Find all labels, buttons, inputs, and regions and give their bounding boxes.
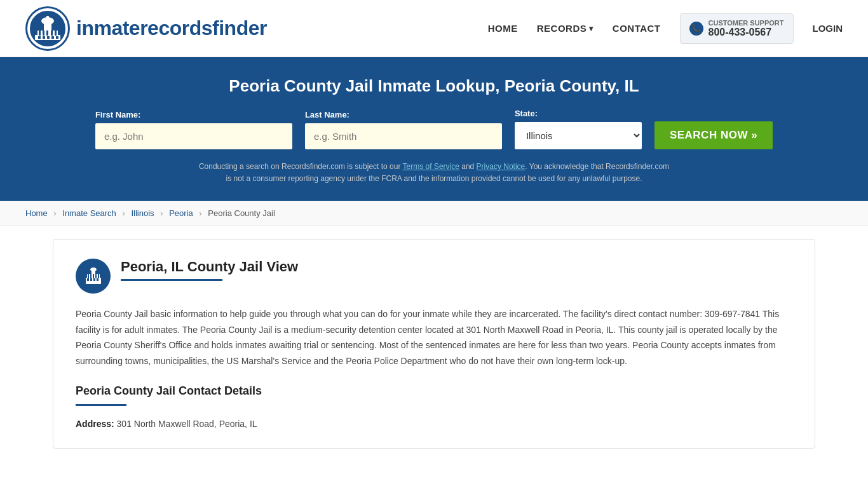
address-value: 301 North Maxwell Road, Peoria, IL (117, 419, 257, 429)
hero-section: Peoria County Jail Inmate Lookup, Peoria… (0, 57, 868, 201)
breadcrumb: Home › Inmate Search › Illinois › Peoria… (0, 201, 868, 226)
svg-rect-27 (90, 278, 92, 281)
svg-rect-8 (46, 30, 48, 36)
svg-rect-13 (47, 36, 50, 39)
breadcrumb-sep-4: › (199, 208, 201, 218)
svg-rect-6 (39, 30, 41, 36)
terms-link[interactable]: Terms of Service (403, 162, 459, 171)
content-card: Peoria, IL County Jail View Peoria Count… (53, 239, 815, 449)
logo-icon (25, 6, 70, 51)
svg-rect-11 (38, 36, 41, 39)
svg-rect-22 (90, 274, 92, 278)
customer-support-button[interactable]: 📞 CUSTOMER SUPPORT 800-433-0567 (680, 13, 794, 44)
search-button[interactable]: SEARCH NOW » (654, 121, 773, 149)
contact-section-title: Peoria County Jail Contact Details (76, 384, 792, 398)
breadcrumb-sep-2: › (122, 208, 125, 218)
card-body: Peoria County Jail basic information to … (76, 306, 792, 369)
svg-rect-5 (46, 16, 49, 22)
svg-rect-26 (87, 278, 89, 281)
svg-rect-15 (56, 36, 58, 39)
main-nav: HOME RECORDS CONTACT 📞 CUSTOMER SUPPORT … (488, 13, 843, 44)
jail-icon (76, 259, 111, 294)
phone-icon: 📞 (689, 22, 703, 36)
state-group: State: Illinois Alabama Alaska Arizona A… (515, 109, 642, 149)
card-title: Peoria, IL County Jail View (121, 259, 298, 275)
nav-contact[interactable]: CONTACT (613, 23, 661, 34)
main-content: Peoria, IL County Jail View Peoria Count… (27, 239, 841, 449)
state-label: State: (515, 109, 538, 118)
breadcrumb-home[interactable]: Home (25, 208, 48, 218)
svg-rect-28 (93, 278, 95, 281)
nav-records[interactable]: RECORDS (537, 23, 593, 34)
support-info: CUSTOMER SUPPORT 800-433-0567 (709, 19, 784, 38)
svg-rect-24 (95, 274, 97, 278)
contact-section-underline (76, 404, 126, 406)
privacy-link[interactable]: Privacy Notice (477, 162, 526, 171)
address-label: Address: (76, 419, 114, 429)
nav-login[interactable]: LOGIN (813, 23, 843, 34)
breadcrumb-inmate-search[interactable]: Inmate Search (62, 208, 116, 218)
nav-home[interactable]: HOME (488, 23, 518, 34)
svg-rect-14 (51, 36, 54, 39)
breadcrumb-current: Peoria County Jail (208, 208, 275, 218)
hero-title: Peoria County Jail Inmate Lookup, Peoria… (25, 76, 843, 96)
card-header: Peoria, IL County Jail View (76, 259, 792, 294)
last-name-group: Last Name: (305, 110, 502, 149)
first-name-group: First Name: (95, 110, 292, 149)
svg-rect-23 (93, 274, 94, 278)
svg-rect-10 (55, 30, 57, 36)
last-name-input[interactable] (305, 123, 502, 149)
address-line: Address: 301 North Maxwell Road, Peoria,… (76, 419, 792, 429)
svg-rect-29 (97, 278, 98, 281)
disclaimer-text: Conducting a search on Recordsfinder.com… (196, 161, 672, 185)
svg-rect-12 (43, 36, 45, 39)
breadcrumb-sep-3: › (160, 208, 163, 218)
breadcrumb-peoria[interactable]: Peoria (169, 208, 193, 218)
svg-rect-21 (88, 274, 89, 278)
breadcrumb-sep-1: › (53, 208, 56, 218)
first-name-input[interactable] (95, 123, 292, 149)
logo-text: inmaterecordsfinder (76, 17, 267, 40)
title-underline (121, 279, 222, 281)
breadcrumb-illinois[interactable]: Illinois (131, 208, 154, 218)
svg-rect-9 (51, 30, 53, 36)
logo-area[interactable]: inmaterecordsfinder (25, 6, 267, 51)
state-select[interactable]: Illinois Alabama Alaska Arizona Arkansas… (515, 122, 642, 149)
first-name-label: First Name: (95, 110, 141, 119)
site-header: inmaterecordsfinder HOME RECORDS CONTACT… (0, 0, 868, 57)
svg-rect-25 (98, 274, 99, 278)
card-title-area: Peoria, IL County Jail View (121, 259, 298, 281)
svg-rect-7 (43, 30, 44, 36)
last-name-label: Last Name: (305, 110, 349, 119)
svg-rect-20 (92, 268, 94, 271)
search-form: First Name: Last Name: State: Illinois A… (25, 109, 843, 149)
